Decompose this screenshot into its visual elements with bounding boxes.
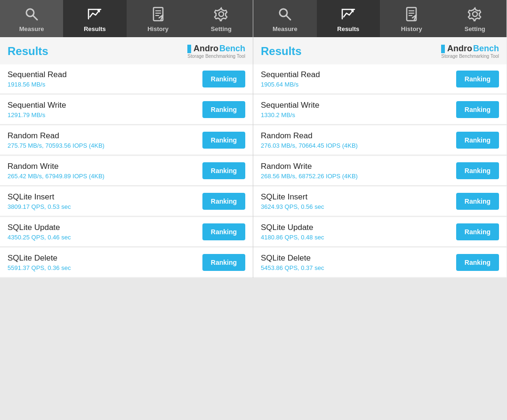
- result-value: 1905.64 MB/s: [261, 81, 456, 88]
- document-icon: [150, 6, 167, 23]
- result-row: Sequential Write1291.79 MB/sRanking: [0, 95, 253, 125]
- result-value: 276.03 MB/s, 70664.45 IOPS (4KB): [261, 142, 456, 149]
- result-name: SQLite Update: [8, 223, 202, 232]
- brand-accent-bar: [187, 45, 191, 53]
- result-info: Random Write265.42 MB/s, 67949.89 IOPS (…: [8, 162, 202, 180]
- svg-line-10: [286, 16, 290, 20]
- nav-item-measure-left[interactable]: Measure: [0, 0, 63, 37]
- brand-block-left: AndroBenchStorage Benchmarking Tool: [187, 44, 245, 59]
- result-value: 1918.56 MB/s: [8, 81, 202, 88]
- result-info: SQLite Insert3624.93 QPS, 0.56 sec: [261, 192, 456, 210]
- result-info: Sequential Read1918.56 MB/s: [8, 70, 202, 88]
- gear-icon: [467, 6, 483, 23]
- result-name: Sequential Read: [8, 70, 202, 79]
- nav-label-results: Results: [84, 25, 106, 32]
- nav-bar-left: Measure Results History Setting: [0, 0, 253, 37]
- results-header-right: ResultsAndroBenchStorage Benchmarking To…: [253, 37, 507, 63]
- result-value: 1330.2 MB/s: [261, 111, 456, 119]
- brand-name-left: AndroBench: [187, 44, 245, 54]
- result-name: SQLite Delete: [261, 254, 456, 263]
- result-info: SQLite Update4350.25 QPS, 0.46 sec: [8, 223, 202, 241]
- nav-label-history: History: [147, 25, 169, 32]
- result-info: Sequential Write1330.2 MB/s: [261, 101, 456, 119]
- nav-item-results-left[interactable]: Results: [63, 0, 126, 37]
- result-row: SQLite Delete5453.86 QPS, 0.37 secRankin…: [253, 248, 507, 277]
- result-info: SQLite Delete5591.37 QPS, 0.36 sec: [8, 254, 202, 271]
- ranking-button[interactable]: Ranking: [202, 71, 245, 87]
- ranking-button[interactable]: Ranking: [202, 132, 245, 149]
- ranking-button[interactable]: Ranking: [202, 254, 245, 271]
- result-info: Sequential Read1905.64 MB/s: [261, 70, 456, 88]
- result-name: Sequential Write: [261, 101, 456, 110]
- content-right: ResultsAndroBenchStorage Benchmarking To…: [253, 37, 507, 277]
- panel-left: Measure Results History SettingResultsAn…: [0, 0, 253, 278]
- nav-item-setting-left[interactable]: Setting: [190, 0, 253, 37]
- panel-right: Measure Results History SettingResultsAn…: [253, 0, 507, 278]
- result-row: Random Write265.42 MB/s, 67949.89 IOPS (…: [0, 156, 253, 186]
- result-value: 1291.79 MB/s: [8, 111, 202, 119]
- result-row: SQLite Delete5591.37 QPS, 0.36 secRankin…: [0, 248, 253, 277]
- ranking-button[interactable]: Ranking: [456, 254, 499, 271]
- result-row: Random Read275.75 MB/s, 70593.56 IOPS (4…: [0, 126, 253, 155]
- result-name: Sequential Read: [261, 70, 456, 79]
- result-row: SQLite Update4180.86 QPS, 0.48 secRankin…: [253, 217, 507, 247]
- brand-andro: Andro: [193, 44, 218, 54]
- nav-label-history: History: [401, 25, 422, 32]
- brand-subtitle-left: Storage Benchmarking Tool: [187, 54, 245, 59]
- ranking-button[interactable]: Ranking: [202, 223, 245, 240]
- result-name: Random Read: [8, 131, 202, 141]
- results-title-right: Results: [261, 45, 302, 58]
- nav-label-setting: Setting: [465, 25, 485, 32]
- chart-icon: [86, 6, 103, 23]
- content-left: ResultsAndroBenchStorage Benchmarking To…: [0, 37, 253, 277]
- result-name: SQLite Update: [261, 223, 456, 232]
- nav-label-measure: Measure: [273, 25, 298, 32]
- ranking-button[interactable]: Ranking: [202, 162, 245, 179]
- result-value: 4180.86 QPS, 0.48 sec: [261, 234, 456, 241]
- gear-icon: [213, 6, 230, 23]
- result-name: SQLite Delete: [8, 254, 202, 263]
- ranking-button[interactable]: Ranking: [456, 162, 499, 179]
- ranking-button[interactable]: Ranking: [456, 223, 499, 240]
- result-info: Sequential Write1291.79 MB/s: [8, 101, 202, 119]
- result-info: SQLite Delete5453.86 QPS, 0.37 sec: [261, 254, 456, 271]
- app-container: Measure Results History SettingResultsAn…: [0, 0, 507, 278]
- brand-bench: Bench: [473, 44, 499, 54]
- ranking-button[interactable]: Ranking: [456, 101, 499, 118]
- ranking-button[interactable]: Ranking: [202, 193, 245, 210]
- result-info: SQLite Insert3809.17 QPS, 0.53 sec: [8, 192, 202, 210]
- svg-point-17: [473, 12, 477, 16]
- ranking-button[interactable]: Ranking: [456, 132, 499, 149]
- nav-item-history-right[interactable]: History: [380, 0, 443, 37]
- result-info: Random Read276.03 MB/s, 70664.45 IOPS (4…: [261, 131, 456, 149]
- result-name: Random Write: [261, 162, 456, 171]
- ranking-button[interactable]: Ranking: [202, 101, 245, 118]
- brand-subtitle-right: Storage Benchmarking Tool: [441, 54, 499, 59]
- result-info: SQLite Update4180.86 QPS, 0.48 sec: [261, 223, 456, 241]
- search-icon: [23, 6, 40, 23]
- nav-item-results-right[interactable]: Results: [317, 0, 380, 37]
- nav-label-setting: Setting: [211, 25, 232, 32]
- search-icon: [276, 6, 293, 23]
- brand-bench: Bench: [219, 44, 245, 54]
- result-value: 4350.25 QPS, 0.46 sec: [8, 234, 202, 241]
- nav-item-history-left[interactable]: History: [127, 0, 190, 37]
- result-row: SQLite Update4350.25 QPS, 0.46 secRankin…: [0, 217, 253, 247]
- svg-point-8: [219, 12, 224, 16]
- result-name: Random Read: [261, 131, 456, 141]
- document-icon: [403, 6, 420, 23]
- brand-block-right: AndroBenchStorage Benchmarking Tool: [441, 44, 499, 59]
- ranking-button[interactable]: Ranking: [456, 71, 499, 87]
- nav-item-measure-right[interactable]: Measure: [253, 0, 317, 37]
- result-value: 5591.37 QPS, 0.36 sec: [8, 264, 202, 271]
- result-value: 268.56 MB/s, 68752.26 IOPS (4KB): [261, 173, 456, 180]
- nav-label-measure: Measure: [19, 25, 44, 32]
- result-row: Sequential Write1330.2 MB/sRanking: [253, 95, 507, 125]
- result-value: 5453.86 QPS, 0.37 sec: [261, 264, 456, 271]
- nav-bar-right: Measure Results History Setting: [253, 0, 507, 37]
- svg-line-1: [33, 16, 37, 20]
- result-value: 275.75 MB/s, 70593.56 IOPS (4KB): [8, 142, 202, 149]
- result-value: 3624.93 QPS, 0.56 sec: [261, 203, 456, 210]
- ranking-button[interactable]: Ranking: [456, 193, 499, 210]
- nav-item-setting-right[interactable]: Setting: [443, 0, 507, 37]
